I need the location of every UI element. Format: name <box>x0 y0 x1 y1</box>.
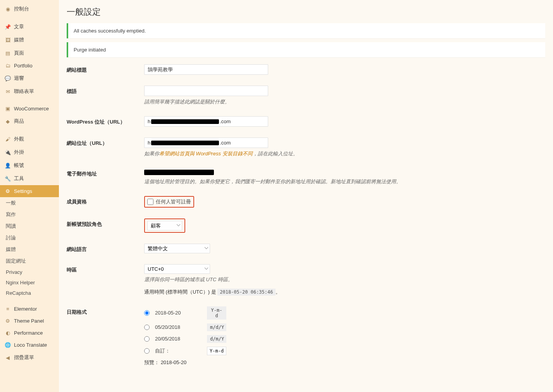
sidebar-sub-reading[interactable]: 閱讀 <box>0 220 59 232</box>
sidebar-item-users[interactable]: 👤帳號 <box>0 159 59 172</box>
sidebar-sub-writing[interactable]: 寫作 <box>0 209 59 220</box>
sidebar-item-label: 媒體 <box>14 36 24 43</box>
sidebar-item-plugins[interactable]: 🔌外掛 <box>0 146 59 159</box>
date-radio-custom[interactable] <box>144 348 150 354</box>
sidebar-item-settings[interactable]: ⚙Settings <box>0 185 59 197</box>
date-display-0: 2018-05-20 <box>155 310 202 316</box>
sidebar-item-appearance[interactable]: 🖌外觀 <box>0 132 59 146</box>
sidebar-item-pages[interactable]: ▤頁面 <box>0 46 59 60</box>
utc-time-text: 通用時間 (標準時間（UTC）) 是 2018-05-20 06:35:46。 <box>144 289 545 296</box>
sidebar-item-loco[interactable]: 🌐Loco Translate <box>0 339 59 351</box>
sidebar-item-elementor[interactable]: ≡Elementor <box>0 303 59 315</box>
timezone-select[interactable]: UTC+0 <box>144 264 210 274</box>
date-option-custom[interactable]: 自訂： <box>144 347 545 355</box>
sidebar-item-dashboard[interactable]: ◉控制台 <box>0 2 59 15</box>
timezone-description: 選擇與你同一時區的城市或 UTC 時區。 <box>144 276 545 283</box>
sidebar-sub-general[interactable]: 一般 <box>0 197 59 209</box>
loco-icon: 🌐 <box>4 342 12 348</box>
dashboard-icon: ◉ <box>4 6 12 12</box>
notice-cache-emptied: All caches successfully emptied. <box>67 23 545 38</box>
folder-icon: 🗂 <box>4 63 12 69</box>
sidebar-item-comments[interactable]: 💬迴響 <box>0 72 59 85</box>
sidebar-item-label: Performance <box>14 330 43 336</box>
site-url-input[interactable]: h.com <box>144 138 268 148</box>
site-url-help-link[interactable]: 希望網站首頁與 WordPress 安裝目錄不同 <box>159 151 253 156</box>
main-content: 一般設定 All caches successfully emptied. Pu… <box>59 0 553 392</box>
membership-label: 成員資格 <box>67 196 144 205</box>
sidebar-item-theme-panel[interactable]: ⚙Theme Panel <box>0 315 59 327</box>
default-role-highlight: 顧客 <box>144 218 185 233</box>
date-radio-1[interactable] <box>144 325 150 330</box>
sidebar-item-label: 工具 <box>14 175 24 182</box>
date-format-label: 日期格式 <box>67 306 144 316</box>
email-input[interactable] <box>144 168 545 176</box>
sidebar-item-posts[interactable]: 📌文章 <box>0 20 59 33</box>
sidebar-item-tools[interactable]: 🔧工具 <box>0 172 59 185</box>
sidebar-item-label: 帳號 <box>14 162 24 169</box>
date-option-0[interactable]: 2018-05-20 Y-m-d <box>144 306 545 320</box>
date-radio-0[interactable] <box>144 310 150 316</box>
user-icon: 👤 <box>4 163 12 168</box>
date-custom-input[interactable] <box>207 347 226 355</box>
tagline-input[interactable] <box>144 86 268 96</box>
sidebar-item-label: 摺疊選單 <box>14 354 34 361</box>
sidebar-item-label: Settings <box>14 188 32 194</box>
woo-icon: ▣ <box>4 106 12 112</box>
sidebar-item-woocommerce[interactable]: ▣WooCommerce <box>0 103 59 115</box>
sidebar-item-label: Theme Panel <box>14 318 44 324</box>
timezone-label: 時區 <box>67 264 144 273</box>
site-title-input[interactable] <box>144 64 268 75</box>
wp-url-label: WordPress 位址（URL） <box>67 116 144 126</box>
membership-checkbox-wrap[interactable]: 任何人皆可註冊 <box>147 198 191 205</box>
site-url-description: 如果你希望網站首頁與 WordPress 安裝目錄不同，請在此輸入位址。 <box>144 150 545 157</box>
redacted-text <box>151 119 219 124</box>
sidebar-item-products[interactable]: ◆商品 <box>0 115 59 128</box>
admin-sidebar: ◉控制台 📌文章 🖼媒體 ▤頁面 🗂Portfolio 💬迴響 ✉聯絡表單 ▣W… <box>0 0 59 392</box>
sidebar-sub-nginx[interactable]: Nginx Helper <box>0 277 59 288</box>
date-fmt-2: d/m/Y <box>207 335 226 343</box>
default-role-label: 新帳號預設角色 <box>67 218 144 228</box>
sidebar-sub-media[interactable]: 媒體 <box>0 244 59 255</box>
sidebar-item-contact[interactable]: ✉聯絡表單 <box>0 85 59 98</box>
date-custom-label: 自訂： <box>155 347 202 354</box>
page-title: 一般設定 <box>67 6 545 18</box>
wrench-icon: 🔧 <box>4 176 12 182</box>
sidebar-item-performance[interactable]: ◐Performance <box>0 327 59 339</box>
date-fmt-1: m/d/Y <box>207 323 226 331</box>
sidebar-sub-discussion[interactable]: 討論 <box>0 232 59 244</box>
date-preview: 預覽： 2018-05-20 <box>144 359 545 366</box>
language-select[interactable]: 繁體中文 <box>144 244 210 253</box>
sidebar-sub-privacy[interactable]: Privacy <box>0 267 59 277</box>
language-label: 網站語言 <box>67 244 144 253</box>
email-label: 電子郵件地址 <box>67 168 144 177</box>
sidebar-item-portfolio[interactable]: 🗂Portfolio <box>0 60 59 72</box>
redacted-text <box>151 141 219 145</box>
date-radio-2[interactable] <box>144 336 150 342</box>
wp-url-input[interactable]: h.com <box>144 116 268 127</box>
brush-icon: 🖌 <box>4 136 12 142</box>
perf-icon: ◐ <box>4 330 12 336</box>
plugin-icon: 🔌 <box>4 150 12 155</box>
settings-icon: ⚙ <box>4 188 12 194</box>
sidebar-item-label: WooCommerce <box>14 106 49 112</box>
product-icon: ◆ <box>4 119 12 124</box>
sidebar-item-label: 迴響 <box>14 75 24 82</box>
email-description: 這個地址用於管理目的。如果你變更它，我們匯寄一封郵件至你的新地址用於確認。新地址… <box>144 178 545 185</box>
tagline-description: 請用簡單幾字描述此網誌是關於什麼。 <box>144 98 545 105</box>
sidebar-item-label: 聯絡表單 <box>14 88 34 95</box>
site-url-label: 網站位址（URL） <box>67 138 144 147</box>
sidebar-item-label: Elementor <box>14 306 37 312</box>
comment-icon: 💬 <box>4 76 12 81</box>
date-option-1[interactable]: 05/20/2018 m/d/Y <box>144 323 545 331</box>
default-role-select[interactable]: 顧客 <box>147 221 182 230</box>
membership-checkbox[interactable] <box>147 199 153 205</box>
sidebar-item-label: Loco Translate <box>14 342 47 348</box>
utc-time-value: 2018-05-20 06:35:46 <box>217 289 275 296</box>
membership-highlight: 任何人皆可註冊 <box>144 196 194 208</box>
sidebar-item-collapse[interactable]: ◀摺疊選單 <box>0 351 59 364</box>
sidebar-sub-recaptcha[interactable]: ReCaptcha <box>0 288 59 298</box>
sidebar-item-label: Portfolio <box>14 63 33 69</box>
date-option-2[interactable]: 20/05/2018 d/m/Y <box>144 335 545 343</box>
sidebar-item-media[interactable]: 🖼媒體 <box>0 33 59 46</box>
sidebar-sub-permalinks[interactable]: 固定網址 <box>0 255 59 267</box>
